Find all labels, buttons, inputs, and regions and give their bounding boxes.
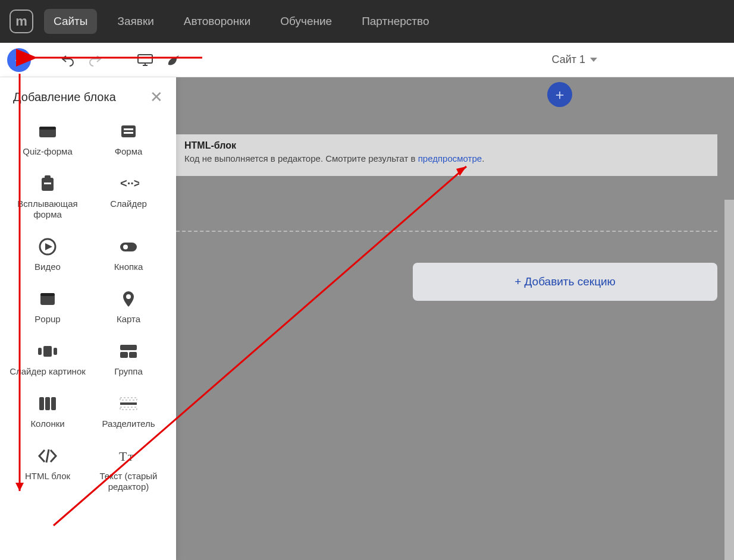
redo-icon[interactable] — [86, 51, 105, 70]
nav-item-autofunnels[interactable]: Автоворонки — [174, 9, 260, 34]
svg-rect-25 — [120, 402, 137, 405]
card-icon — [36, 121, 59, 141]
svg-point-12 — [123, 245, 128, 250]
text-icon: TT — [117, 446, 140, 466]
divider-icon — [117, 394, 140, 414]
play-icon — [36, 237, 59, 257]
block-option-label: Всплывающая форма — [8, 199, 87, 220]
svg-rect-14 — [40, 293, 55, 296]
block-option-label: Слайдер — [110, 199, 147, 209]
add-block-button[interactable]: ＋ — [7, 48, 31, 72]
svg-rect-18 — [54, 348, 57, 355]
block-option-popup[interactable]: Popup — [8, 289, 87, 325]
svg-line-28 — [46, 449, 49, 463]
svg-rect-8 — [44, 183, 51, 184]
svg-rect-24 — [51, 397, 56, 410]
svg-rect-20 — [120, 352, 128, 358]
preview-link[interactable]: предпросмотре — [418, 153, 482, 163]
block-option-label: Текст (старый редактор) — [89, 471, 168, 492]
block-option-label: Форма — [115, 146, 143, 157]
block-option-label: Видео — [34, 262, 61, 272]
svg-rect-11 — [120, 243, 137, 251]
svg-rect-16 — [43, 346, 52, 357]
svg-rect-27 — [120, 407, 137, 410]
desktop-view-icon[interactable] — [136, 51, 155, 70]
theme-icon[interactable] — [163, 51, 182, 70]
block-option-label: Quiz-форма — [23, 146, 73, 157]
block-option-label: Popup — [34, 314, 60, 325]
carousel-icon — [36, 341, 59, 361]
undo-icon[interactable] — [58, 51, 77, 70]
nav-item-partnership[interactable]: Партнерство — [352, 9, 438, 34]
svg-rect-7 — [45, 175, 51, 180]
block-option-divider[interactable]: Разделитель — [89, 394, 168, 429]
canvas-scrollbar[interactable] — [724, 200, 734, 560]
svg-rect-17 — [38, 348, 42, 355]
nav-item-sites[interactable]: Сайты — [44, 9, 97, 34]
block-option-group[interactable]: Группа — [89, 341, 168, 377]
columns-icon — [36, 394, 59, 414]
section-divider — [176, 231, 717, 232]
html-block-title: HTML-блок — [184, 140, 709, 151]
block-option-carousel[interactable]: Слайдер картинок — [8, 341, 87, 377]
svg-rect-3 — [121, 125, 136, 137]
svg-rect-2 — [39, 127, 56, 130]
svg-rect-0 — [138, 55, 152, 63]
logo-icon[interactable]: m — [10, 10, 33, 33]
html-block-note: Код не выполняется в редакторе. Смотрите… — [184, 153, 709, 163]
block-option-play[interactable]: Видео — [8, 237, 87, 272]
block-option-form[interactable]: Форма — [89, 121, 168, 157]
slider-icon: <··> — [117, 174, 140, 194]
svg-rect-26 — [120, 398, 137, 400]
block-option-label: Карта — [117, 314, 140, 325]
block-option-pin[interactable]: Карта — [89, 289, 168, 325]
svg-text:T: T — [128, 453, 133, 463]
block-option-label: Слайдер картинок — [10, 366, 86, 377]
svg-rect-5 — [124, 132, 133, 134]
button-icon — [117, 237, 140, 257]
pin-icon — [117, 289, 140, 309]
form-icon — [117, 121, 140, 141]
block-option-code[interactable]: HTML блок — [8, 446, 87, 492]
block-option-columns[interactable]: Колонки — [8, 394, 87, 429]
svg-rect-23 — [45, 397, 50, 410]
block-option-label: Кнопка — [114, 262, 143, 272]
svg-rect-19 — [120, 345, 137, 350]
group-icon — [117, 341, 140, 361]
block-option-card[interactable]: Quiz-форма — [8, 121, 87, 157]
clipboard-icon — [36, 174, 59, 194]
block-option-label: Колонки — [30, 419, 64, 429]
chevron-down-icon — [590, 58, 597, 62]
top-nav: m Сайты Заявки Автоворонки Обучение Парт… — [0, 0, 734, 43]
svg-rect-22 — [39, 397, 44, 410]
site-selector-label: Сайт 1 — [551, 54, 585, 66]
add-block-fab-canvas[interactable]: ＋ — [547, 82, 572, 107]
editor-toolbar: ＋ Сайт 1 — [0, 43, 734, 77]
nav-item-requests[interactable]: Заявки — [108, 9, 163, 34]
block-option-text[interactable]: TTТекст (старый редактор) — [89, 446, 168, 492]
block-option-clipboard[interactable]: Всплывающая форма — [8, 174, 87, 220]
svg-rect-4 — [124, 128, 133, 130]
block-option-label: Разделитель — [102, 419, 155, 429]
site-selector[interactable]: Сайт 1 — [551, 54, 597, 66]
block-option-slider[interactable]: <··>Слайдер — [89, 174, 168, 220]
close-icon[interactable]: ✕ — [148, 88, 165, 106]
block-option-button[interactable]: Кнопка — [89, 237, 168, 272]
block-option-label: HTML блок — [25, 471, 70, 482]
svg-text:<··>: <··> — [120, 177, 139, 190]
svg-text:T: T — [119, 449, 127, 464]
add-block-panel: Добавление блока ✕ Quiz-формаФормаВсплыв… — [0, 77, 176, 560]
panel-title: Добавление блока — [13, 90, 116, 104]
html-block-placeholder[interactable]: HTML-блок Код не выполняется в редакторе… — [176, 134, 717, 176]
svg-point-15 — [126, 294, 131, 299]
block-option-label: Группа — [114, 366, 143, 377]
popup-icon — [36, 289, 59, 309]
nav-item-learning[interactable]: Обучение — [271, 9, 341, 34]
add-section-button[interactable]: + Добавить секцию — [413, 263, 717, 301]
code-icon — [36, 446, 59, 466]
svg-rect-21 — [129, 352, 137, 358]
